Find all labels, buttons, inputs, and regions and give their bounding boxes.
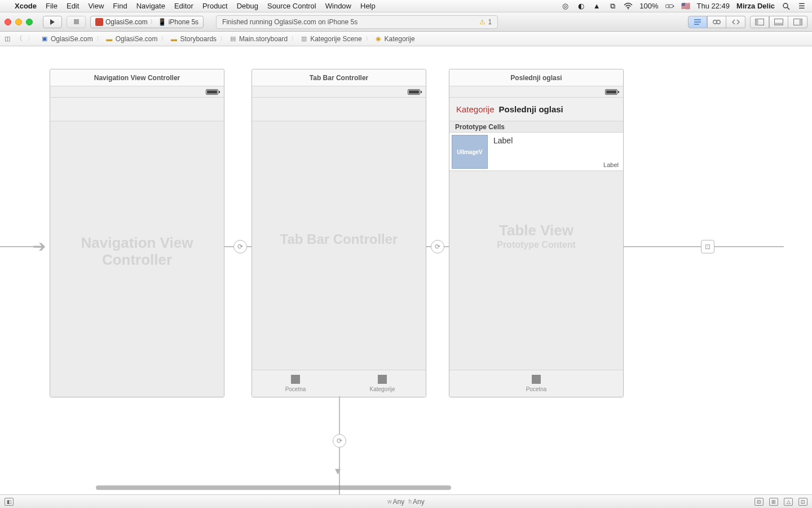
resolve-issues-button[interactable]: △ — [784, 498, 793, 506]
interface-builder-canvas[interactable]: ➔ Navigation View Controller Navigation … — [0, 46, 812, 494]
run-button[interactable] — [43, 16, 62, 28]
tab-pocetna[interactable]: Pocetna — [252, 370, 339, 397]
tab-icon — [532, 375, 541, 384]
back-button[interactable]: Kategorije — [456, 104, 495, 114]
scene-icon: ▥ — [300, 35, 308, 43]
minimize-window[interactable] — [15, 19, 22, 25]
menu-editor[interactable]: Editor — [174, 2, 193, 10]
spotlight-icon[interactable] — [782, 2, 791, 11]
version-editor-button[interactable] — [726, 16, 745, 28]
displays-icon[interactable]: ⧉ — [608, 2, 617, 11]
app-menu[interactable]: Xcode — [15, 2, 37, 10]
battery-icon — [408, 89, 420, 95]
tab-icon — [378, 375, 387, 384]
scene-poslednji-oglasi[interactable]: Poslednji oglasi Kategorije Poslednji og… — [449, 69, 624, 397]
placeholder-text: Table View — [449, 222, 623, 239]
toggle-debug-button[interactable] — [769, 16, 788, 28]
status-bar — [50, 86, 224, 98]
clock[interactable]: Thu 22:49 — [697, 2, 730, 10]
menu-product[interactable]: Product — [202, 2, 228, 10]
cell-title-label[interactable]: Label — [493, 135, 513, 168]
assistant-editor-button[interactable] — [707, 16, 726, 28]
toggle-utilities-button[interactable] — [788, 16, 807, 28]
scene-navigation-controller[interactable]: Navigation View Controller Navigation Vi… — [50, 69, 224, 397]
jump-object[interactable]: ◉Kategorije — [374, 35, 415, 43]
jump-storyboard[interactable]: ▤Main.storyboard — [229, 35, 288, 43]
chevron-icon: 〉 — [290, 35, 298, 43]
tab-kategorije[interactable]: Kategorije — [339, 370, 426, 397]
toggle-navigator-button[interactable] — [750, 16, 769, 28]
w-value: Any — [392, 498, 404, 506]
pin-button[interactable]: ⊞ — [769, 498, 778, 506]
battery-icon[interactable] — [665, 2, 674, 11]
maximize-window[interactable] — [26, 19, 33, 25]
prototype-cell[interactable]: UIImageV Label Label — [449, 133, 623, 171]
placeholder-text: Tab Bar Controller — [252, 231, 426, 247]
jump-folder2[interactable]: ▬Storyboards — [170, 35, 217, 43]
size-class-control[interactable]: wAny hAny — [387, 498, 425, 506]
w-prefix: w — [387, 498, 391, 505]
navigation-bar[interactable]: Kategorije Poslednji oglasi — [449, 98, 623, 121]
svg-rect-12 — [756, 19, 758, 25]
menu-help[interactable]: Help — [360, 2, 376, 10]
close-window[interactable] — [5, 19, 11, 25]
scene-tabbar-controller[interactable]: Tab Bar Controller Tab Bar Controller Po… — [251, 69, 426, 397]
segue-relationship-icon[interactable]: ⟳ — [333, 434, 346, 448]
menu-file[interactable]: File — [46, 2, 58, 10]
status-bar — [252, 86, 426, 98]
segue-relationship-icon[interactable]: ⟳ — [233, 240, 247, 253]
warning-count[interactable]: 1 — [488, 18, 492, 26]
nav-back-button[interactable]: 〈 — [14, 33, 25, 45]
menu-window[interactable]: Window — [325, 2, 351, 10]
tab-label: Pocetna — [285, 386, 306, 392]
stop-button[interactable] — [67, 16, 86, 28]
tab-label: Pocetna — [526, 386, 547, 392]
scene-title[interactable]: Poslednji oglasi — [449, 69, 623, 86]
navigation-bar[interactable] — [252, 98, 426, 121]
battery-percent[interactable]: 100% — [639, 2, 658, 10]
warning-icon[interactable]: ⚠ — [479, 18, 486, 26]
editor-mode-group — [688, 16, 745, 28]
segue-relationship-icon[interactable]: ⟳ — [431, 240, 444, 253]
cell-detail-label[interactable]: Label — [603, 161, 619, 168]
nav-forward-button[interactable]: 〉 — [25, 33, 36, 45]
menu-source-control[interactable]: Source Control — [267, 2, 316, 10]
jump-scene[interactable]: ▥Kategorije Scene — [300, 35, 361, 43]
related-items-icon[interactable]: ◫ — [3, 35, 11, 43]
menu-find[interactable]: Find — [113, 2, 127, 10]
flag-icon[interactable]: 🇺🇸 — [681, 2, 690, 11]
tab-bar[interactable]: Pocetna Kategorije — [252, 370, 426, 397]
menu-debug[interactable]: Debug — [237, 2, 258, 10]
battery-icon — [605, 89, 617, 95]
menu-edit[interactable]: Edit — [67, 2, 79, 10]
horizontal-scrollbar[interactable] — [96, 485, 451, 490]
jump-folder1[interactable]: ▬OglasiSe.com — [105, 35, 158, 43]
wifi-icon[interactable] — [624, 2, 633, 11]
resizing-button[interactable]: ⊡ — [798, 498, 807, 506]
viber-icon[interactable]: ◎ — [561, 2, 570, 11]
user-name[interactable]: Mirza Delic — [736, 2, 775, 10]
align-button[interactable]: ⊟ — [754, 498, 764, 506]
scheme-selector[interactable]: OglasiSe.com 〉 📱 iPhone 5s — [90, 16, 204, 28]
activity-viewer: Finished running OglasiSe.com on iPhone … — [216, 15, 498, 29]
tab-bar[interactable]: Pocetna — [449, 370, 623, 397]
scene-title[interactable]: Navigation View Controller — [50, 69, 224, 86]
entry-point-arrow-icon[interactable]: ➔ — [33, 237, 46, 256]
dnd-icon[interactable]: ◐ — [576, 2, 585, 11]
segue-show-icon[interactable]: ⊡ — [701, 240, 714, 253]
nav-title[interactable]: Poslednji oglasi — [499, 104, 563, 114]
tab-pocetna[interactable]: Pocetna — [449, 370, 623, 397]
menu-navigate[interactable]: Navigate — [136, 2, 165, 10]
menu-view[interactable]: View — [88, 2, 104, 10]
scene-title[interactable]: Tab Bar Controller — [252, 69, 426, 86]
ib-bottom-bar: ◧ wAny hAny ⊟ ⊞ △ ⊡ — [0, 494, 812, 508]
gdrive-icon[interactable]: ▲ — [592, 2, 601, 11]
navigation-bar[interactable] — [50, 98, 224, 121]
notifications-icon[interactable]: ☰ — [797, 2, 806, 11]
outline-toggle-button[interactable]: ◧ — [5, 498, 14, 506]
macos-menubar: Xcode File Edit View Find Navigate Edito… — [0, 0, 812, 12]
xcode-toolbar: OglasiSe.com 〉 📱 iPhone 5s Finished runn… — [0, 12, 812, 32]
standard-editor-button[interactable] — [688, 16, 707, 28]
cell-image-view[interactable]: UIImageV — [452, 135, 488, 169]
jump-project[interactable]: ▣OglasiSe.com — [41, 35, 93, 43]
